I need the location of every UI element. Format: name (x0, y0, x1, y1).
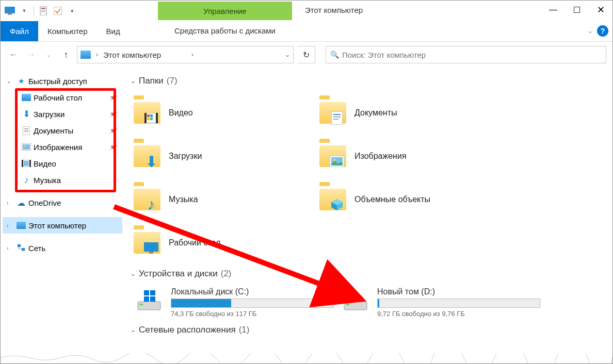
svg-rect-20 (18, 244, 21, 247)
expand-icon[interactable]: › (7, 200, 14, 206)
folder-item-pictures[interactable]: Изображения (316, 135, 502, 178)
address-bar[interactable]: › Этот компьютер › ⌄ (77, 46, 294, 63)
refresh-button[interactable]: ↻ (298, 46, 315, 63)
contextual-tab-header: Управление (158, 2, 292, 20)
search-input[interactable] (342, 51, 602, 59)
svg-rect-0 (5, 7, 15, 13)
folder-item-videos[interactable]: Видео (131, 91, 316, 135)
svg-rect-41 (144, 290, 149, 295)
chevron-right-icon[interactable]: › (94, 51, 100, 58)
sidebar-item-videos[interactable]: Видео (3, 155, 122, 172)
svg-rect-17 (22, 160, 23, 167)
picture-icon (21, 142, 31, 152)
chevron-down-icon: ⌄ (131, 326, 136, 334)
close-button[interactable]: ✕ (589, 1, 612, 19)
chevron-right-icon[interactable]: › (189, 51, 196, 58)
tab-computer[interactable]: Компьютер (38, 21, 97, 41)
folder-item-music[interactable]: ♪ Музыка (131, 178, 316, 221)
svg-rect-14 (23, 144, 30, 150)
chevron-down-icon: ⌄ (131, 270, 136, 277)
svg-rect-3 (40, 6, 46, 15)
address-dropdown-icon[interactable]: ⌄ (285, 51, 290, 58)
svg-point-15 (24, 145, 26, 147)
recent-dropdown[interactable]: ⌄ (42, 48, 55, 61)
quick-access-toolbar: ▼ ▾ (1, 3, 82, 19)
svg-rect-2 (8, 13, 12, 15)
search-box[interactable]: 🔍 (326, 46, 606, 63)
qat-overflow-icon[interactable]: ▾ (66, 5, 78, 17)
torn-edge-decoration (1, 353, 612, 363)
item-label: Видео (169, 108, 193, 118)
expand-icon[interactable]: ⌄ (7, 78, 14, 84)
document-icon (21, 126, 31, 135)
sidebar-onedrive[interactable]: › ☁ OneDrive (3, 194, 122, 211)
video-icon (21, 159, 31, 168)
navigation-pane: ⌄ ★ Быстрый доступ Рабочий стол 📌 ⬇ Загр… (1, 68, 124, 363)
minimize-button[interactable]: — (541, 1, 565, 19)
expand-icon[interactable]: › (7, 223, 14, 228)
svg-rect-11 (24, 130, 28, 130)
back-button[interactable]: ← (7, 48, 20, 61)
group-header-folders[interactable]: ⌄ Папки (7) (131, 76, 606, 86)
sidebar-item-downloads[interactable]: ⬇ Загрузки 📌 (3, 106, 122, 122)
item-label: Изображения (354, 152, 407, 161)
drive-item-c[interactable]: Локальный диск (C:) 74,3 ГБ свободно из … (131, 284, 337, 321)
download-icon: ⬇ (21, 109, 31, 119)
pictures-folder-icon (318, 142, 347, 171)
sidebar-quick-access[interactable]: ⌄ ★ Быстрый доступ (3, 73, 122, 89)
ribbon-tabs: Файл Компьютер Вид Средства работы с дис… (1, 21, 612, 42)
sidebar-label: Рабочий стол (34, 93, 82, 102)
svg-rect-31 (333, 116, 341, 117)
qat-dropdown-icon[interactable]: ▼ (18, 5, 30, 17)
svg-rect-18 (29, 160, 31, 167)
item-label: Загрузки (169, 152, 202, 161)
address-location-icon (80, 51, 91, 59)
svg-rect-21 (22, 248, 25, 251)
sidebar-item-desktop[interactable]: Рабочий стол 📌 (3, 89, 122, 106)
folder-item-desktop[interactable]: Рабочий стол (131, 221, 316, 264)
sidebar-item-pictures[interactable]: Изображения 📌 (3, 139, 122, 155)
svg-rect-33 (333, 119, 338, 120)
svg-rect-32 (333, 118, 341, 118)
folder-item-documents[interactable]: Документы (316, 91, 502, 135)
tab-drive-tools[interactable]: Средства работы с дисками (158, 21, 292, 40)
ribbon-expand-icon[interactable]: ⌄ (588, 27, 593, 35)
desktop-folder-icon (133, 228, 162, 257)
sidebar-item-music[interactable]: ♪ Музыка (3, 172, 122, 188)
folder-item-downloads[interactable]: ⬇ Загрузки (131, 135, 316, 178)
drive-item-d[interactable]: Новый том (D:) 9,72 ГБ свободно из 9,76 … (337, 284, 543, 321)
drive-capacity-bar (171, 299, 334, 308)
search-icon: 🔍 (330, 51, 339, 59)
svg-rect-6 (41, 11, 45, 12)
item-label: Музыка (169, 195, 198, 204)
svg-rect-45 (344, 302, 367, 310)
app-icon[interactable] (4, 5, 16, 17)
svg-rect-19 (24, 161, 29, 166)
checkbox-icon[interactable] (52, 5, 64, 17)
svg-rect-8 (574, 7, 580, 13)
sidebar-this-pc[interactable]: › Этот компьютер (3, 217, 122, 234)
svg-rect-43 (144, 296, 149, 302)
sidebar-label: Сеть (28, 244, 45, 253)
up-button[interactable]: ↑ (59, 48, 73, 61)
monitor-icon (16, 221, 26, 230)
svg-rect-38 (149, 252, 153, 254)
maximize-button[interactable] (565, 1, 589, 19)
group-header-network-locations[interactable]: ⌄ Сетевые расположения (1) (131, 325, 606, 335)
tab-view[interactable]: Вид (97, 21, 130, 41)
tab-file[interactable]: Файл (1, 21, 38, 41)
group-header-drives[interactable]: ⌄ Устройства и диски (2) (131, 269, 606, 279)
pin-icon: 📌 (109, 143, 117, 151)
address-text[interactable]: Этот компьютер (103, 51, 186, 59)
forward-button[interactable]: → (24, 48, 38, 61)
svg-point-36 (333, 159, 335, 161)
sidebar-network[interactable]: › Сеть (3, 240, 122, 256)
folder-item-3d-objects[interactable]: Объемные объекты (316, 178, 502, 221)
expand-icon[interactable]: › (7, 245, 14, 251)
pin-icon: 📌 (109, 94, 117, 101)
sidebar-item-documents[interactable]: Документы 📌 (3, 122, 122, 139)
sidebar-label: OneDrive (28, 198, 61, 207)
help-icon[interactable]: ? (597, 25, 608, 37)
documents-folder-icon (318, 98, 347, 127)
properties-icon[interactable] (37, 5, 50, 17)
